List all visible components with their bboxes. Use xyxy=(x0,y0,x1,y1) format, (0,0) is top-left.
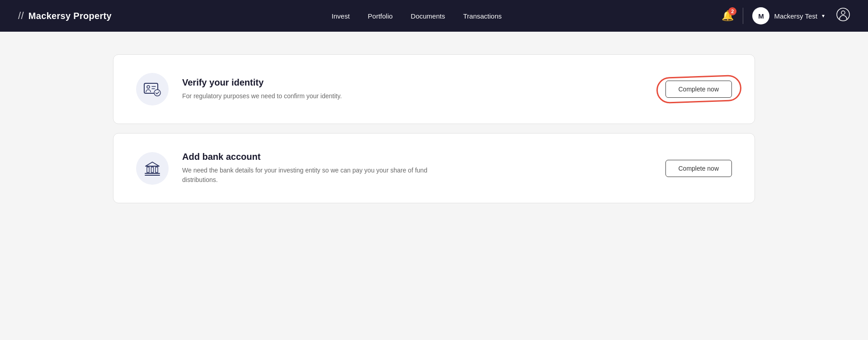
svg-rect-5 xyxy=(147,167,149,172)
brand-slash-icon: // xyxy=(18,10,24,22)
verify-identity-action: Complete now xyxy=(665,81,732,98)
verify-identity-card: Verify your identity For regulatory purp… xyxy=(113,54,755,124)
nav-transactions[interactable]: Transactions xyxy=(463,12,501,20)
user-name: Mackersy Test xyxy=(774,12,817,20)
chevron-down-icon: ▾ xyxy=(822,13,825,19)
add-bank-account-action: Complete now xyxy=(665,160,732,177)
brand: // Mackersy Property xyxy=(18,10,112,22)
profile-icon[interactable] xyxy=(836,8,850,24)
verify-identity-complete-button[interactable]: Complete now xyxy=(665,81,732,98)
navbar-nav: Invest Portfolio Documents Transactions xyxy=(332,12,502,20)
navbar-divider xyxy=(743,8,743,24)
svg-rect-7 xyxy=(156,167,158,172)
add-bank-account-description: We need the bank details for your invest… xyxy=(182,166,453,185)
svg-point-4 xyxy=(154,90,160,96)
notification-badge: 2 xyxy=(728,7,736,15)
add-bank-account-title: Add bank account xyxy=(182,152,652,162)
bank-icon xyxy=(144,161,160,176)
nav-documents[interactable]: Documents xyxy=(411,12,445,20)
verify-identity-annotation: Complete now xyxy=(665,81,732,98)
bank-icon-wrapper xyxy=(136,152,169,185)
navbar-right: 🔔 2 M Mackersy Test ▾ xyxy=(722,7,850,24)
notification-bell-button[interactable]: 🔔 2 xyxy=(722,10,734,22)
verify-identity-content: Verify your identity For regulatory purp… xyxy=(182,77,652,101)
verify-identity-title: Verify your identity xyxy=(182,77,652,88)
svg-rect-6 xyxy=(151,167,154,172)
add-bank-account-content: Add bank account We need the bank detail… xyxy=(182,152,652,185)
svg-point-1 xyxy=(841,11,845,14)
user-menu[interactable]: M Mackersy Test ▾ xyxy=(752,7,825,24)
id-verify-icon xyxy=(144,82,161,96)
navbar: // Mackersy Property Invest Portfolio Do… xyxy=(0,0,868,32)
add-bank-account-complete-button[interactable]: Complete now xyxy=(665,160,732,177)
verify-identity-icon-wrapper xyxy=(136,73,169,105)
nav-invest[interactable]: Invest xyxy=(332,12,350,20)
verify-identity-description: For regulatory purposes we need to confi… xyxy=(182,91,453,101)
nav-portfolio[interactable]: Portfolio xyxy=(368,12,393,20)
svg-point-3 xyxy=(147,86,150,88)
add-bank-account-card: Add bank account We need the bank detail… xyxy=(113,133,755,203)
brand-name: Mackersy Property xyxy=(28,11,112,21)
main-content: Verify your identity For regulatory purp… xyxy=(0,32,868,226)
avatar: M xyxy=(752,7,769,24)
